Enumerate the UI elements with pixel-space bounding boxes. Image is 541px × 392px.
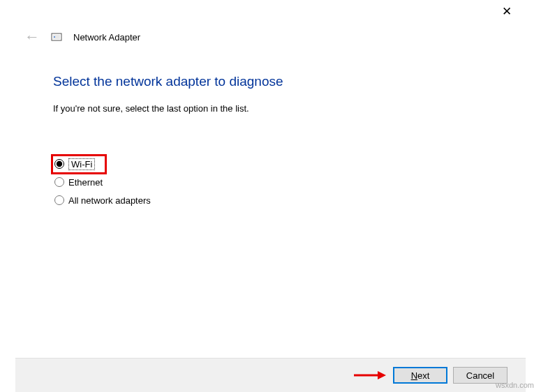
annotation-arrow [353, 369, 386, 382]
page-heading: Select the network adapter to diagnose [53, 74, 513, 89]
radio-wifi-label[interactable]: Wi-Fi [68, 158, 95, 170]
radio-row-ethernet: Ethernet [54, 175, 513, 189]
radio-wifi[interactable] [54, 159, 64, 169]
watermark: wsxdn.com [496, 381, 534, 389]
radio-all-label[interactable]: All network adapters [68, 195, 151, 206]
svg-point-2 [54, 36, 55, 38]
page-subtext: If you're not sure, select the last opti… [53, 103, 513, 114]
next-underline: N [411, 370, 417, 381]
highlight-wifi: Wi-Fi [51, 154, 107, 174]
radio-row-all: All network adapters [54, 193, 513, 207]
radio-all[interactable] [54, 195, 64, 205]
network-adapter-icon [51, 31, 62, 43]
close-button[interactable]: ✕ [502, 6, 512, 17]
radio-ethernet-label[interactable]: Ethernet [68, 177, 103, 188]
footer-panel: Next Cancel [15, 359, 526, 392]
content-area: Select the network adapter to diagnose I… [53, 74, 513, 211]
next-rest: ext [417, 370, 429, 381]
header: ← Network Adapter [24, 29, 140, 45]
footer: Next Cancel [0, 358, 541, 392]
back-button[interactable]: ← [24, 29, 40, 45]
next-button[interactable]: Next [393, 367, 447, 384]
radio-ethernet[interactable] [54, 177, 64, 187]
window-title: Network Adapter [73, 32, 140, 43]
radio-row-wifi: Wi-Fi [54, 157, 513, 171]
adapter-radio-group: Wi-Fi Ethernet All network adapters [54, 157, 513, 207]
svg-marker-4 [378, 371, 386, 379]
